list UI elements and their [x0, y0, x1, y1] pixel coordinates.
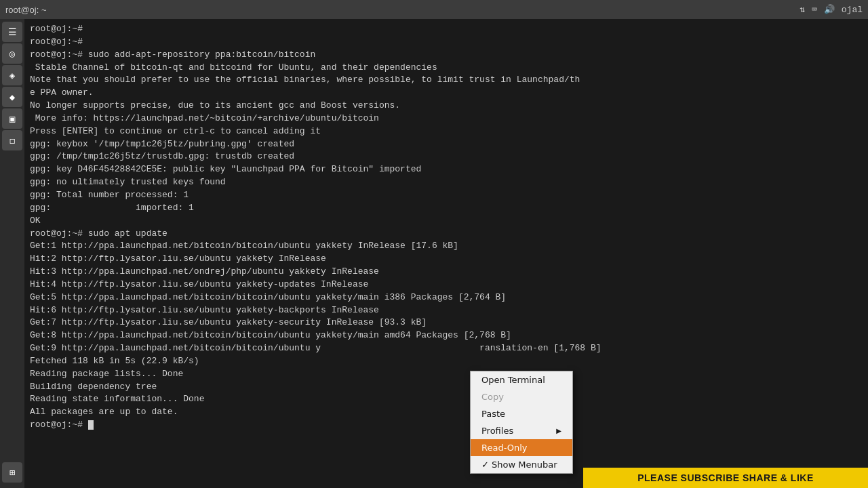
terminal-line: Fetched 118 kB in 5s (22.9 kB/s)	[30, 355, 863, 368]
subscribe-banner: PLEASE SUBSCRIBE SHARE & LIKE	[583, 468, 868, 488]
top-bar-title: root@oj: ~	[5, 5, 47, 15]
sidebar-icon-2[interactable]: ◎	[2, 43, 22, 64]
subscribe-text: PLEASE SUBSCRIBE SHARE & LIKE	[637, 472, 814, 483]
terminal-line: root@oj:~#	[30, 36, 863, 49]
top-bar-icons: ⇅ ⌨ 🔊 ojal	[800, 4, 863, 15]
terminal-line: Hit:2 http://ftp.lysator.liu.se/ubuntu y…	[30, 253, 863, 266]
volume-icon[interactable]: 🔊	[824, 4, 835, 15]
context-menu-item-copy: Copy	[471, 388, 572, 405]
terminal-line: Get:8 http://ppa.launchpad.net/bitcoin/b…	[30, 329, 863, 342]
user-icon[interactable]: ojal	[842, 5, 863, 15]
context-menu-item-read-only[interactable]: Read-Only	[471, 439, 572, 456]
terminal[interactable]: root@oj:~#root@oj:~#root@oj:~# sudo add-…	[24, 19, 868, 488]
terminal-line: OK	[30, 215, 863, 228]
sidebar-icon-1[interactable]: ☰	[2, 22, 22, 42]
sidebar-icon-bottom[interactable]: ⊞	[2, 462, 22, 483]
terminal-line: Get:9 http://ppa.launchpad.net/bitcoin/b…	[30, 342, 863, 355]
context-menu-item-profiles[interactable]: Profiles▶	[471, 422, 572, 439]
terminal-line: No longer supports precise, due to its a…	[30, 100, 863, 113]
terminal-line: gpg: keybox '/tmp/tmp1c26j5tz/pubring.gp…	[30, 138, 863, 151]
terminal-line: Reading package lists... Done	[30, 368, 863, 381]
terminal-line: More info: https://launchpad.net/~bitcoi…	[30, 113, 863, 125]
terminal-line: Press [ENTER] to continue or ctrl-c to c…	[30, 125, 863, 138]
sidebar-icon-4[interactable]: ◆	[2, 87, 22, 107]
terminal-line: Note that you should prefer to use the o…	[30, 74, 863, 87]
context-menu-item-open-terminal[interactable]: Open Terminal	[471, 371, 572, 388]
terminal-line: gpg: no ultimately trusted keys found	[30, 176, 863, 189]
terminal-line: Building dependency tree	[30, 381, 863, 394]
terminal-line: gpg: key D46F45428842CE5E: public key "L…	[30, 163, 863, 176]
terminal-line: Reading state information... Done	[30, 393, 863, 406]
terminal-line: Get:7 http://ftp.lysator.liu.se/ubuntu y…	[30, 317, 863, 329]
terminal-line: Hit:3 http://ppa.launchpad.net/ondrej/ph…	[30, 266, 863, 279]
sidebar-icon-3[interactable]: ◈	[2, 65, 22, 85]
menu-item-label: Paste	[481, 409, 505, 419]
terminal-line: root@oj:~# sudo apt update	[30, 228, 863, 241]
top-bar: root@oj: ~ ⇅ ⌨ 🔊 ojal	[0, 0, 868, 19]
submenu-arrow-icon: ▶	[556, 427, 561, 434]
keyboard-icon[interactable]: ⌨	[812, 4, 817, 15]
context-menu-item-show-menubar[interactable]: ✓ Show Menubar	[471, 456, 572, 473]
menu-item-label: Profiles	[481, 426, 513, 436]
terminal-line: Hit:4 http://ftp.lysator.liu.se/ubuntu y…	[30, 279, 863, 291]
terminal-line: Get:5 http://ppa.launchpad.net/bitcoin/b…	[30, 291, 863, 304]
terminal-output: root@oj:~#root@oj:~#root@oj:~# sudo add-…	[30, 23, 863, 432]
terminal-line: All packages are up to date.	[30, 406, 863, 419]
terminal-line: root@oj:~#	[30, 419, 863, 432]
terminal-line: Hit:6 http://ftp.lysator.liu.se/ubuntu y…	[30, 304, 863, 317]
terminal-line: gpg: Total number processed: 1	[30, 189, 863, 202]
terminal-line: gpg: /tmp/tmp1c26j5tz/trustdb.gpg: trust…	[30, 150, 863, 163]
menu-item-label: Copy	[481, 392, 504, 402]
menu-item-label: ✓ Show Menubar	[481, 460, 557, 470]
keyboard-layout-icon[interactable]: ⇅	[800, 4, 805, 15]
terminal-line: root@oj:~# sudo add-apt-repository ppa:b…	[30, 49, 863, 62]
terminal-line: gpg: imported: 1	[30, 202, 863, 215]
sidebar: ☰ ◎ ◈ ◆ ▣ ◻ ⊞	[0, 19, 24, 488]
context-menu: Open TerminalCopyPasteProfiles▶Read-Only…	[470, 371, 573, 474]
menu-item-label: Open Terminal	[481, 375, 545, 385]
menu-item-label: Read-Only	[481, 443, 528, 453]
sidebar-icon-5[interactable]: ▣	[2, 108, 22, 129]
terminal-line: e PPA owner.	[30, 87, 863, 100]
terminal-line: Get:1 http://ppa.launchpad.net/bitcoin/b…	[30, 240, 863, 253]
sidebar-icon-6[interactable]: ◻	[2, 130, 22, 150]
terminal-line: Stable Channel of bitcoin-qt and bitcoin…	[30, 62, 863, 75]
terminal-line: root@oj:~#	[30, 23, 863, 36]
terminal-cursor	[88, 420, 94, 430]
context-menu-item-paste[interactable]: Paste	[471, 405, 572, 422]
